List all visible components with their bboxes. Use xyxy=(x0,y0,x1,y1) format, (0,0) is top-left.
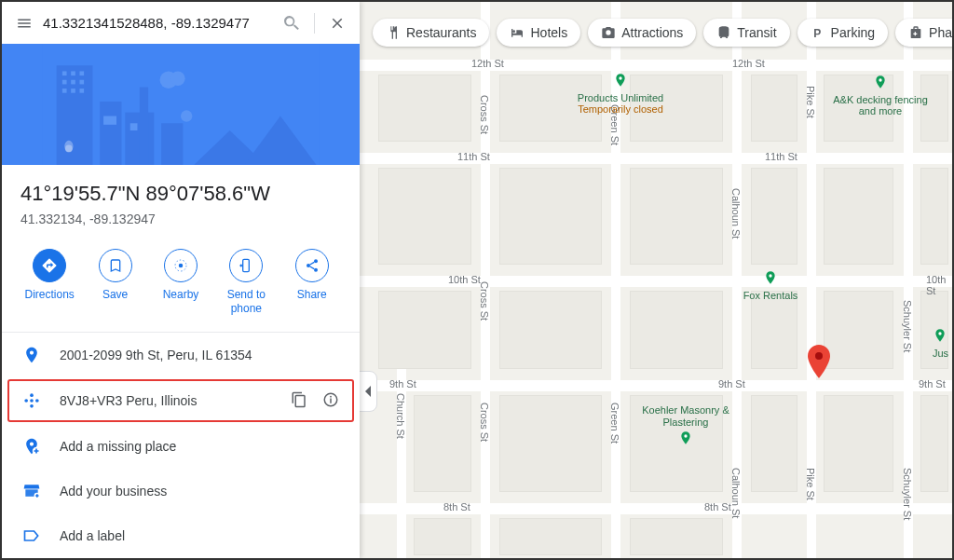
side-panel: 41°19'55.7"N 89°07'58.6"W 41.332134, -89… xyxy=(2,2,360,558)
divider xyxy=(314,13,315,34)
svg-point-40 xyxy=(879,78,881,81)
svg-rect-12 xyxy=(71,80,75,85)
phone-icon xyxy=(238,258,253,273)
street-label: 9th St xyxy=(389,378,416,389)
add-business-row[interactable]: Add your business xyxy=(2,469,360,513)
svg-rect-18 xyxy=(130,123,138,130)
street-label: Calhoun St xyxy=(730,468,742,518)
poi-name: Koehler Masonry & Plastering xyxy=(630,404,742,428)
nearby-button[interactable]: Nearby xyxy=(151,249,211,315)
chip-label: Attractions xyxy=(621,25,683,40)
plus-code-icon xyxy=(22,391,41,410)
map-canvas[interactable]: 12th St 12th St 11th St 11th St 10th St … xyxy=(360,2,952,558)
add-label-row[interactable]: Add a label xyxy=(2,513,360,558)
restaurant-icon xyxy=(386,25,401,40)
street-label: Cross St xyxy=(479,95,490,134)
street-label: Schuyler St xyxy=(902,468,913,520)
svg-point-23 xyxy=(179,264,184,268)
svg-point-39 xyxy=(619,76,621,79)
share-button[interactable]: Share xyxy=(282,249,342,315)
poi-pin-icon xyxy=(873,75,888,89)
directions-icon xyxy=(41,257,58,274)
svg-rect-13 xyxy=(79,80,84,85)
svg-rect-35 xyxy=(330,398,332,403)
chip-restaurants[interactable]: Restaurants xyxy=(373,19,489,47)
svg-point-19 xyxy=(181,110,192,121)
chip-label: Transit xyxy=(737,25,776,40)
street-label: Pike St xyxy=(805,468,816,500)
search-input[interactable] xyxy=(41,11,275,34)
plus-code-row[interactable]: 8VJ8+VR3 Peru, Illinois xyxy=(7,379,354,422)
directions-label: Directions xyxy=(25,288,75,301)
camera-icon xyxy=(601,25,616,40)
poi-name: Fox Rentals xyxy=(729,290,812,302)
copy-button[interactable] xyxy=(291,391,307,411)
hero-image xyxy=(2,44,360,165)
street-label: 11th St xyxy=(765,151,797,162)
parking-icon: P xyxy=(811,25,825,40)
poi-name: Jus xyxy=(933,348,952,360)
svg-point-30 xyxy=(24,399,28,403)
svg-point-26 xyxy=(314,260,318,264)
poi[interactable]: A&K decking fencing and more xyxy=(829,75,932,117)
address-row[interactable]: 2001-2099 9th St, Peru, IL 61354 xyxy=(2,333,360,377)
svg-rect-5 xyxy=(161,123,183,165)
chip-transit[interactable]: Transit xyxy=(703,19,789,47)
pin-icon xyxy=(22,346,41,364)
skyline-illustration xyxy=(2,44,360,165)
category-chips: Restaurants Hotels Attractions Transit P… xyxy=(373,19,939,47)
save-button[interactable]: Save xyxy=(86,249,145,315)
svg-point-33 xyxy=(30,399,34,403)
nearby-icon xyxy=(172,257,189,274)
street-label: Green St xyxy=(609,403,620,444)
svg-point-44 xyxy=(815,352,823,360)
chip-pharmacies[interactable]: Pharmacies xyxy=(895,19,952,47)
hamburger-icon xyxy=(16,15,33,32)
street-label: 12th St xyxy=(732,58,765,69)
street-label: 8th St xyxy=(704,501,731,512)
search-button[interactable] xyxy=(280,12,303,34)
add-label-text: Add a label xyxy=(60,528,341,543)
info-button[interactable] xyxy=(322,391,339,411)
chip-label: Restaurants xyxy=(406,25,476,40)
clear-button[interactable] xyxy=(326,12,348,34)
save-label: Save xyxy=(102,288,128,301)
chip-hotels[interactable]: Hotels xyxy=(497,19,580,47)
street-label: Pike St xyxy=(805,86,816,118)
svg-rect-15 xyxy=(71,89,75,93)
pharmacy-icon xyxy=(908,25,923,40)
send-to-phone-button[interactable]: Send to phone xyxy=(216,249,276,315)
svg-rect-8 xyxy=(62,71,67,75)
svg-point-28 xyxy=(314,268,318,272)
poi[interactable]: Koehler Masonry & Plastering xyxy=(630,404,742,450)
poi[interactable]: Jus xyxy=(933,328,952,359)
svg-point-36 xyxy=(330,395,332,397)
street-label: Cross St xyxy=(479,403,490,442)
add-missing-row[interactable]: Add a missing place xyxy=(2,424,360,469)
svg-point-31 xyxy=(35,399,39,403)
chip-label: Pharmacies xyxy=(929,25,952,40)
add-missing-text: Add a missing place xyxy=(60,439,341,454)
street-label: 9th St xyxy=(919,378,946,389)
search-bar xyxy=(2,2,360,44)
chip-parking[interactable]: PParking xyxy=(797,19,888,47)
poi-sub: Temporarily closed xyxy=(565,103,676,116)
chip-label: Parking xyxy=(831,25,875,40)
svg-rect-17 xyxy=(103,116,116,125)
menu-button[interactable] xyxy=(13,12,35,34)
collapse-panel-button[interactable] xyxy=(360,371,377,412)
poi-pin-icon xyxy=(678,430,693,445)
chip-attractions[interactable]: Attractions xyxy=(588,19,696,47)
share-label: Share xyxy=(297,288,327,301)
poi-pin-icon xyxy=(933,328,947,343)
street-label: 10th St xyxy=(448,274,481,285)
poi[interactable]: Fox Rentals xyxy=(729,270,812,301)
poi-name: Products Unlimited xyxy=(565,92,676,104)
poi[interactable]: Products Unlimited Temporarily closed xyxy=(565,73,676,116)
hotel-icon xyxy=(510,25,525,40)
street-label: Cross St xyxy=(479,281,490,321)
address-text: 2001-2099 9th St, Peru, IL 61354 xyxy=(60,348,341,362)
dropped-pin-icon[interactable] xyxy=(807,345,831,378)
poi-pin-icon xyxy=(763,270,778,285)
directions-button[interactable]: Directions xyxy=(20,249,79,315)
